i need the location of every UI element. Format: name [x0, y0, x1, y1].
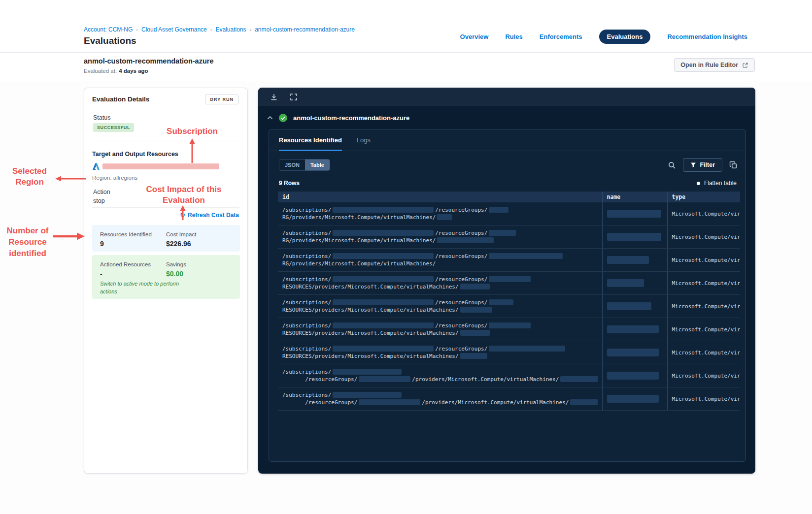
redacted-value [607, 349, 659, 356]
savings-value: $0.00 [166, 270, 186, 278]
page-title: Evaluations [84, 35, 136, 46]
radio-dot-icon [697, 182, 700, 185]
breadcrumb-account[interactable]: Account: CCM-NG [84, 26, 133, 33]
details-card-title: Evaluation Details [92, 96, 149, 103]
subscription-redacted-value [102, 163, 219, 169]
table-row[interactable]: /subscriptions/ /resourceGroups//provide… [278, 364, 740, 387]
header-divider [0, 52, 812, 53]
actioned-resources-value: - [100, 270, 151, 278]
table-row[interactable]: /subscriptions//resourceGroups/RESOURCES… [278, 272, 740, 295]
results-table-body: /subscriptions//resourceGroups/RG/provid… [278, 202, 740, 411]
fullscreen-icon[interactable] [290, 93, 298, 101]
annotation-arrow-cost-impact [179, 205, 187, 221]
evaluation-result-header: anmol-custom-recommendation-azure [258, 106, 755, 129]
action-value: stop [93, 197, 105, 204]
cost-impact-value: $226.96 [166, 240, 196, 248]
annotation-cost-impact: Cost Impact of this Evaluation [145, 184, 223, 206]
redacted-value [333, 207, 434, 213]
nav-tab-rules[interactable]: Rules [505, 33, 522, 40]
card-divider [92, 141, 239, 141]
nav-tab-overview[interactable]: Overview [460, 33, 489, 40]
table-row[interactable]: /subscriptions//resourceGroups/RESOURCES… [278, 341, 740, 364]
breadcrumb-governance[interactable]: Cloud Asset Governance [141, 26, 207, 33]
status-badge: SUCCESSFUL [93, 123, 134, 132]
redacted-value [460, 307, 492, 313]
annotation-selected-region: Selected Region [5, 166, 54, 188]
open-rule-editor-label: Open in Rule Editor [680, 62, 738, 68]
tab-logs[interactable]: Logs [357, 129, 371, 151]
redacted-value [460, 353, 487, 359]
resources-identified-value: 9 [100, 240, 152, 248]
redacted-value [437, 237, 494, 243]
nav-tab-evaluations[interactable]: Evaluations [599, 30, 651, 44]
evaluated-at-label: Evaluated at: [84, 68, 117, 74]
table-row[interactable]: /subscriptions//resourceGroups/RG/provid… [278, 202, 740, 225]
redacted-value [607, 233, 661, 241]
dry-run-badge: DRY RUN [205, 95, 238, 104]
search-icon[interactable] [668, 161, 676, 169]
copy-icon[interactable] [729, 161, 738, 169]
table-row[interactable]: /subscriptions//resourceGroups/RG/provid… [278, 249, 740, 272]
results-inner-card: Resources Identified Logs JSON Table [269, 129, 746, 462]
funnel-icon [690, 162, 696, 168]
cell-name [602, 318, 667, 341]
refresh-cost-data-link[interactable]: ↻ Refresh Cost Data [180, 211, 239, 219]
redacted-value [333, 253, 434, 259]
open-rule-editor-button[interactable]: Open in Rule Editor [674, 58, 755, 72]
results-panel: anmol-custom-recommendation-azure Resour… [258, 88, 755, 474]
annotation-resource-count: Number of Resource identified [4, 225, 51, 259]
resources-identified-label: Resources Identified [100, 231, 152, 237]
cell-type: Microsoft.Compute/virtu [667, 341, 740, 364]
table-row[interactable]: /subscriptions//resourceGroups/RESOURCES… [278, 295, 740, 318]
results-controls: JSON Table Filter [269, 158, 745, 172]
redacted-value [607, 256, 649, 264]
table-row[interactable]: /subscriptions//resourceGroups/RG/provid… [278, 225, 740, 249]
external-link-icon [742, 62, 748, 68]
redacted-value [359, 399, 420, 405]
evaluation-details-card: Evaluation Details DRY RUN Status SUCCES… [84, 88, 248, 474]
cell-type: Microsoft.Compute/virtu [667, 202, 740, 225]
breadcrumb-evaluations[interactable]: Evaluations [215, 26, 246, 33]
cell-name [602, 272, 667, 295]
target-subscription-row [92, 162, 219, 170]
download-icon[interactable] [270, 93, 278, 101]
flatten-table-toggle[interactable]: Flatten table [697, 180, 737, 187]
view-toggle-json[interactable]: JSON [279, 160, 305, 170]
nav-tab-enforcements[interactable]: Enforcements [540, 33, 582, 40]
redacted-value [333, 276, 434, 282]
column-header-name[interactable]: name [602, 192, 667, 202]
region-value: Region: allregions [92, 175, 137, 181]
collapse-chevron-icon[interactable] [267, 116, 273, 120]
active-mode-note: Switch to active mode to perform actions [100, 280, 189, 296]
redacted-value [333, 230, 434, 236]
filter-button[interactable]: Filter [683, 158, 722, 172]
nav-tab-recommendation-insights[interactable]: Recommendation Insights [667, 33, 747, 40]
breadcrumb: Account: CCM-NG › Cloud Asset Governance… [84, 26, 355, 33]
view-toggle-table[interactable]: Table [305, 160, 330, 170]
cell-id: /subscriptions//resourceGroups/RESOURCES… [278, 272, 602, 295]
redacted-value [570, 399, 597, 405]
cell-name [602, 225, 667, 249]
table-row[interactable]: /subscriptions/ /resourceGroups//provide… [278, 387, 740, 411]
redacted-value [489, 230, 516, 236]
redacted-value [333, 346, 434, 352]
cell-id: /subscriptions/ /resourceGroups//provide… [278, 364, 602, 387]
cell-name [602, 341, 667, 364]
column-header-type[interactable]: type [667, 192, 740, 202]
column-header-id[interactable]: id [278, 192, 602, 202]
redacted-value [333, 369, 402, 375]
redacted-value [607, 279, 644, 287]
breadcrumb-current[interactable]: anmol-custom-recommendation-azure [255, 26, 355, 33]
cell-name [602, 202, 667, 225]
table-row[interactable]: /subscriptions//resourceGroups/RESOURCES… [278, 318, 740, 341]
cell-name [602, 295, 667, 318]
redacted-value [607, 302, 651, 310]
page: Account: CCM-NG › Cloud Asset Governance… [0, 0, 812, 514]
cell-type: Microsoft.Compute/virtu [667, 295, 740, 318]
rows-count: 9 Rows [279, 180, 300, 187]
cost-summary-box: Resources Identified 9 Cost Impact $226.… [92, 225, 240, 252]
redacted-value [489, 346, 565, 352]
tab-resources-identified[interactable]: Resources Identified [279, 129, 342, 151]
cell-id: /subscriptions//resourceGroups/RESOURCES… [278, 341, 602, 364]
cell-id: /subscriptions/ /resourceGroups//provide… [278, 387, 602, 411]
